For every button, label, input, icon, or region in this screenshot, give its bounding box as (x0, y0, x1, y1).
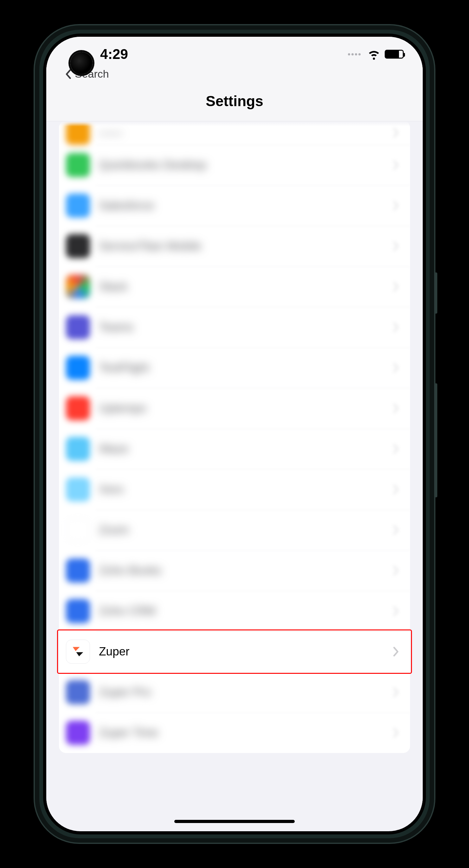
app-icon (66, 518, 90, 542)
settings-list: ——Quickbooks DesktopSalesforceServiceTit… (59, 121, 410, 753)
chevron-right-icon (393, 525, 401, 535)
chevron-left-icon (64, 69, 72, 79)
status-bar: 4:29 (46, 37, 423, 71)
phone-inner: 4:29 Search (43, 34, 426, 834)
settings-row-row12[interactable]: Zoho CRM (59, 591, 410, 631)
chevron-right-icon (393, 728, 401, 738)
app-icon (66, 153, 90, 177)
page-title: Settings (46, 77, 423, 121)
chevron-right-icon (393, 200, 401, 211)
app-label: Zuper (99, 645, 384, 658)
app-icon (66, 680, 90, 704)
svg-marker-0 (73, 647, 80, 651)
settings-row-row11[interactable]: Zoho Books (59, 550, 410, 591)
app-label: ServiceTitan Mobile (99, 240, 384, 253)
settings-row-row14[interactable]: Zuper Pro (59, 672, 410, 712)
side-button-volume (434, 383, 437, 497)
settings-row-row6[interactable]: TestFlight (59, 347, 410, 388)
battery-icon (385, 50, 404, 59)
chevron-right-icon (393, 128, 401, 138)
cellular-dots-icon (348, 53, 361, 56)
settings-row-row7[interactable]: Uptempo (59, 388, 410, 429)
settings-row-row8[interactable]: Waze (59, 429, 410, 469)
settings-row-row3[interactable]: ServiceTitan Mobile (59, 226, 410, 267)
chevron-right-icon (393, 282, 401, 292)
chevron-right-icon (393, 565, 401, 576)
app-icon (66, 193, 90, 218)
app-label: —— (99, 126, 384, 140)
app-icon (66, 558, 90, 583)
app-icon (66, 721, 90, 745)
settings-row-row1[interactable]: Quickbooks Desktop (59, 145, 410, 185)
chevron-right-icon (393, 403, 401, 413)
home-indicator[interactable] (174, 820, 295, 823)
app-label: Zuper Pro (99, 685, 384, 699)
wifi-icon (368, 48, 380, 61)
status-icons (348, 48, 404, 61)
app-label: Waze (99, 442, 384, 456)
chevron-right-icon (393, 160, 401, 170)
zuper-app-icon (66, 640, 90, 664)
settings-row-row9[interactable]: Xero (59, 469, 410, 510)
settings-row-row5[interactable]: Teams (59, 307, 410, 347)
chevron-right-icon (393, 363, 401, 373)
app-icon (66, 356, 90, 380)
front-camera (70, 52, 92, 74)
app-label: Uptempo (99, 402, 384, 415)
app-icon (66, 121, 90, 145)
chevron-right-icon (393, 606, 401, 616)
app-label: Slack (99, 280, 384, 293)
settings-row-row13[interactable]: Zuper (59, 631, 410, 672)
app-label: TestFlight (99, 361, 384, 374)
app-icon (66, 275, 90, 299)
chevron-right-icon (393, 647, 401, 657)
side-button-power (434, 273, 437, 314)
settings-row-row4[interactable]: Slack (59, 267, 410, 307)
app-label: Salesforce (99, 199, 384, 212)
app-icon (66, 437, 90, 461)
app-label: Zuper Time (99, 726, 384, 739)
chevron-right-icon (393, 444, 401, 454)
phone-frame: 4:29 Search (35, 25, 434, 843)
app-label: Quickbooks Desktop (99, 158, 384, 172)
app-icon (66, 234, 90, 258)
chevron-right-icon (393, 241, 401, 251)
app-label: Xero (99, 483, 384, 496)
chevron-right-icon (393, 322, 401, 332)
chevron-right-icon (393, 687, 401, 697)
settings-row-row2[interactable]: Salesforce (59, 185, 410, 226)
screen: 4:29 Search (46, 37, 423, 831)
app-icon (66, 599, 90, 623)
app-icon (66, 396, 90, 421)
app-label: Teams (99, 320, 384, 334)
app-label: Zoho Books (99, 564, 384, 577)
chevron-right-icon (393, 484, 401, 495)
app-label: Zoho CRM (99, 604, 384, 618)
app-label: Zoom (99, 523, 384, 537)
status-time: 4:29 (100, 46, 128, 62)
settings-row-row15[interactable]: Zuper Time (59, 712, 410, 753)
settings-list-wrap[interactable]: ——Quickbooks DesktopSalesforceServiceTit… (46, 121, 423, 830)
app-icon (66, 477, 90, 501)
svg-marker-1 (77, 652, 83, 656)
back-row: Search (46, 68, 423, 77)
settings-row-row10[interactable]: Zoom (59, 510, 410, 550)
settings-row-row0[interactable]: —— (59, 121, 410, 145)
app-icon (66, 315, 90, 339)
